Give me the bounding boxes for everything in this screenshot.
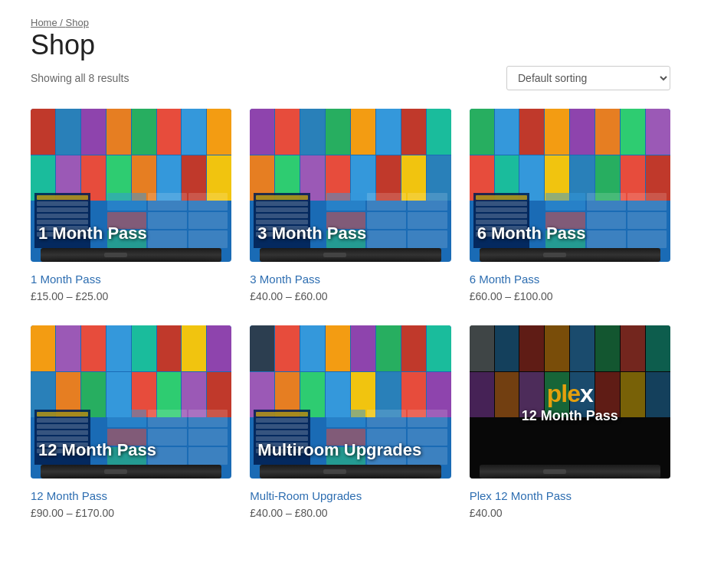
product-price-12-month-pass: £90.00 – £170.00 [31, 507, 231, 519]
results-count: Showing all 8 results [31, 72, 129, 84]
product-image-plex-12-month-pass: plex 12 Month Pass [470, 325, 670, 479]
product-card-multi-room-upgrades[interactable]: Multiroom Upgrades Multi-Room Upgrades £… [250, 325, 450, 519]
breadcrumb: Home / Shop [31, 15, 670, 29]
product-price-6-month-pass: £60.00 – £100.00 [470, 290, 670, 302]
product-title-1-month-pass[interactable]: 1 Month Pass [31, 273, 231, 286]
product-title-multi-room-upgrades[interactable]: Multi-Room Upgrades [250, 489, 450, 502]
product-card-6-month-pass[interactable]: 6 Month Pass 6 Month Pass £60.00 – £100.… [470, 109, 670, 302]
product-image-1-month-pass: 1 Month Pass [31, 109, 231, 262]
product-title-6-month-pass[interactable]: 6 Month Pass [470, 273, 670, 286]
product-image-6-month-pass: 6 Month Pass [470, 109, 670, 262]
product-image-12-month-pass: 12 Month Pass [31, 325, 231, 479]
pass-label-6-month-pass: 6 Month Pass [477, 224, 586, 243]
pass-label-multi-room-upgrades: Multiroom Upgrades [257, 440, 421, 460]
product-price-1-month-pass: £15.00 – £25.00 [31, 290, 231, 302]
page-title: Shop [31, 29, 670, 61]
product-image-multi-room-upgrades: Multiroom Upgrades [250, 325, 450, 479]
pass-label-1-month-pass: 1 Month Pass [38, 224, 147, 243]
product-title-3-month-pass[interactable]: 3 Month Pass [250, 273, 450, 286]
sort-select[interactable]: Default sorting Sort by popularity Sort … [506, 66, 670, 90]
product-card-plex-12-month-pass[interactable]: plex 12 Month Pass Plex 12 Month Pass £4… [470, 325, 670, 519]
product-card-12-month-pass[interactable]: 12 Month Pass 12 Month Pass £90.00 – £17… [31, 325, 231, 519]
pass-label-3-month-pass: 3 Month Pass [257, 224, 366, 243]
product-card-3-month-pass[interactable]: 3 Month Pass 3 Month Pass £40.00 – £60.0… [250, 109, 450, 302]
product-price-plex-12-month-pass: £40.00 [470, 507, 670, 519]
plex-logo: plex [547, 380, 593, 408]
plex-pass-label: 12 Month Pass [522, 408, 618, 424]
pass-label-12-month-pass: 12 Month Pass [38, 440, 156, 460]
shop-header: Showing all 8 results Default sorting So… [31, 66, 670, 90]
product-image-3-month-pass: 3 Month Pass [250, 109, 450, 262]
product-card-1-month-pass[interactable]: 1 Month Pass 1 Month Pass £15.00 – £25.0… [31, 109, 231, 302]
product-title-12-month-pass[interactable]: 12 Month Pass [31, 489, 231, 502]
breadcrumb-home[interactable]: Home / Shop [31, 17, 89, 28]
product-title-plex-12-month-pass[interactable]: Plex 12 Month Pass [470, 489, 670, 502]
products-grid: 1 Month Pass 1 Month Pass £15.00 – £25.0… [31, 109, 670, 519]
product-price-3-month-pass: £40.00 – £60.00 [250, 290, 450, 302]
product-price-multi-room-upgrades: £40.00 – £80.00 [250, 507, 450, 519]
